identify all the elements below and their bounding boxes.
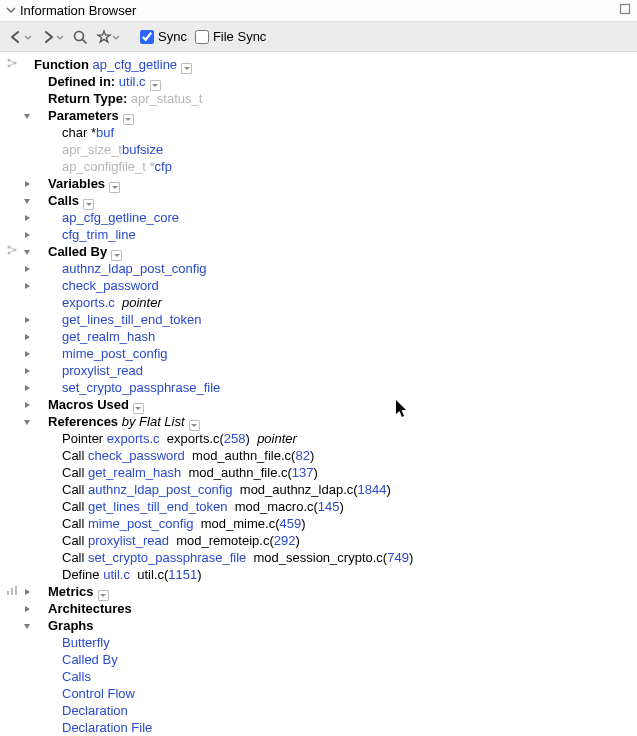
reference-entity-link[interactable]: mime_post_config (88, 516, 194, 531)
graph-link[interactable]: Control Flow (62, 686, 135, 701)
metrics-icon (4, 584, 20, 596)
menu-badge-icon[interactable] (189, 420, 200, 431)
menu-badge-icon[interactable] (150, 80, 161, 91)
menu-badge-icon[interactable] (133, 403, 144, 414)
svg-line-2 (83, 39, 87, 43)
function-heading: Function (34, 57, 89, 72)
reference-row: Call check_password mod_authn_file.c(82) (0, 447, 637, 464)
panel-collapse-icon[interactable] (6, 3, 16, 18)
reference-kind: Call (62, 482, 88, 497)
twisty-collapsed-icon[interactable] (20, 605, 34, 613)
reference-entity-link[interactable]: get_lines_till_end_token (88, 499, 228, 514)
calledby-link[interactable]: mime_post_config (62, 346, 168, 361)
graph-link[interactable]: Calls (62, 669, 91, 684)
calledby-link[interactable]: proxylist_read (62, 363, 143, 378)
menu-badge-icon[interactable] (123, 114, 134, 125)
calledby-link[interactable]: exports.c (62, 295, 115, 310)
twisty-expanded-icon[interactable] (20, 418, 34, 426)
menu-badge-icon[interactable] (181, 63, 192, 74)
reference-line-link[interactable]: 749 (387, 550, 409, 565)
reference-line-link[interactable]: 137 (292, 465, 314, 480)
graph-link[interactable]: Declaration (62, 703, 128, 718)
twisty-collapsed-icon[interactable] (20, 367, 34, 375)
reference-file: mod_authn_file.c( (181, 465, 292, 480)
graph-row: Butterfly (0, 634, 637, 651)
graph-link[interactable]: Butterfly (62, 635, 110, 650)
reference-line-link[interactable]: 82 (295, 448, 309, 463)
reference-line-link[interactable]: 145 (318, 499, 340, 514)
calledby-link[interactable]: authnz_ldap_post_config (62, 261, 207, 276)
forward-button[interactable] (40, 29, 64, 45)
twisty-collapsed-icon[interactable] (20, 401, 34, 409)
menu-badge-icon[interactable] (109, 182, 120, 193)
reference-entity-link[interactable]: exports.c (107, 431, 160, 446)
reference-entity-link[interactable]: util.c (103, 567, 130, 582)
twisty-collapsed-icon[interactable] (20, 333, 34, 341)
svg-rect-11 (15, 586, 17, 595)
maximize-icon[interactable] (619, 3, 631, 18)
defined-in-link[interactable]: util.c (119, 74, 146, 89)
sync-checkbox[interactable]: Sync (140, 29, 187, 44)
twisty-expanded-icon[interactable] (20, 112, 34, 120)
reference-entity-link[interactable]: get_realm_hash (88, 465, 181, 480)
reference-row: Call get_realm_hash mod_authn_file.c(137… (0, 464, 637, 481)
defined-in-label: Defined in: (48, 74, 115, 89)
param-name-link[interactable]: cfp (155, 159, 172, 174)
reference-entity-link[interactable]: set_crypto_passphrase_file (88, 550, 246, 565)
reference-line-link[interactable]: 1844 (358, 482, 387, 497)
reference-kind: Call (62, 550, 88, 565)
calledby-heading: Called By (48, 244, 107, 259)
twisty-collapsed-icon[interactable] (20, 231, 34, 239)
favorite-button[interactable] (96, 29, 120, 45)
calledby-row: check_password (0, 277, 637, 294)
filesync-checkbox[interactable]: File Sync (195, 29, 266, 44)
reference-file: mod_authn_file.c( (185, 448, 296, 463)
function-name-link[interactable]: ap_cfg_getline (93, 57, 178, 72)
menu-badge-icon[interactable] (98, 590, 109, 601)
reference-file: mod_remoteip.c( (169, 533, 274, 548)
reference-file: mod_mime.c( (194, 516, 280, 531)
twisty-collapsed-icon[interactable] (20, 588, 34, 596)
reference-row: Call mime_post_config mod_mime.c(459) (0, 515, 637, 532)
twisty-expanded-icon[interactable] (20, 248, 34, 256)
filesync-label: File Sync (213, 29, 266, 44)
reference-line-link[interactable]: 258 (224, 431, 246, 446)
reference-line-link[interactable]: 1151 (168, 567, 197, 582)
reference-entity-link[interactable]: authnz_ldap_post_config (88, 482, 233, 497)
call-link[interactable]: cfg_trim_line (62, 227, 136, 242)
calledby-link[interactable]: set_crypto_passphrase_file (62, 380, 220, 395)
reference-row: Define util.c util.c(1151) (0, 566, 637, 583)
reference-line-link[interactable]: 292 (274, 533, 296, 548)
twisty-expanded-icon[interactable] (20, 622, 34, 630)
twisty-collapsed-icon[interactable] (20, 180, 34, 188)
menu-badge-icon[interactable] (111, 250, 122, 261)
calledby-row: get_realm_hash (0, 328, 637, 345)
twisty-collapsed-icon[interactable] (20, 350, 34, 358)
twisty-collapsed-icon[interactable] (20, 214, 34, 222)
graph-link[interactable]: Called By (62, 652, 118, 667)
twisty-collapsed-icon[interactable] (20, 316, 34, 324)
twisty-collapsed-icon[interactable] (20, 265, 34, 273)
call-row: ap_cfg_getline_core (0, 209, 637, 226)
reference-file: util.c( (130, 567, 168, 582)
calledby-link[interactable]: get_realm_hash (62, 329, 155, 344)
search-button[interactable] (72, 29, 88, 45)
call-link[interactable]: ap_cfg_getline_core (62, 210, 179, 225)
twisty-collapsed-icon[interactable] (20, 282, 34, 290)
twisty-collapsed-icon[interactable] (20, 384, 34, 392)
reference-entity-link[interactable]: check_password (88, 448, 185, 463)
menu-badge-icon[interactable] (83, 199, 94, 210)
twisty-expanded-icon[interactable] (20, 197, 34, 205)
variables-heading: Variables (48, 176, 105, 191)
graph-link[interactable]: Declaration File (62, 720, 152, 735)
toolbar: Sync File Sync (0, 22, 637, 52)
calledby-link[interactable]: get_lines_till_end_token (62, 312, 202, 327)
graph-row: Declaration File (0, 719, 637, 736)
back-button[interactable] (8, 29, 32, 45)
reference-entity-link[interactable]: proxylist_read (88, 533, 169, 548)
calledby-link[interactable]: check_password (62, 278, 159, 293)
reference-line-link[interactable]: 459 (279, 516, 301, 531)
param-name-link[interactable]: buf (96, 125, 114, 140)
reference-kind: Pointer (62, 431, 107, 446)
param-name-link[interactable]: bufsize (122, 142, 163, 157)
